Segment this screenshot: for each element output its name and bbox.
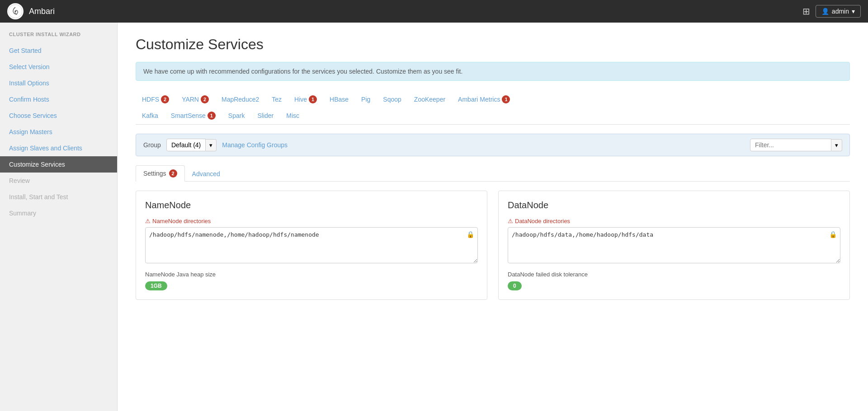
subtabs: Settings 2 Advanced xyxy=(136,165,850,182)
tab-ambari-metrics[interactable]: Ambari Metrics 1 xyxy=(452,92,516,108)
namenode-error-label: ⚠ NameNode directories xyxy=(145,218,478,224)
sidebar-item-confirm-hosts[interactable]: Confirm Hosts xyxy=(0,91,117,107)
group-select-button[interactable]: Default (4) xyxy=(166,139,206,151)
namenode-card-title: NameNode xyxy=(145,200,478,210)
warning-icon: ⚠ xyxy=(145,218,151,224)
topnav-right: ⊞ 👤 admin ▾ xyxy=(802,5,861,18)
manage-config-groups-link[interactable]: Manage Config Groups xyxy=(222,141,288,149)
tab-hdfs[interactable]: HDFS 2 xyxy=(136,92,175,108)
main-layout: CLUSTER INSTALL WIZARD Get Started Selec… xyxy=(0,23,868,411)
dropdown-arrow-icon: ▾ xyxy=(852,8,855,15)
sidebar-item-select-version[interactable]: Select Version xyxy=(0,59,117,75)
sidebar-item-install-start-test: Install, Start and Test xyxy=(0,189,117,205)
group-select: Default (4) ▾ xyxy=(166,139,217,151)
tab-hive[interactable]: Hive 1 xyxy=(288,92,323,108)
filter-arrow-button[interactable]: ▾ xyxy=(831,139,842,151)
tab-misc[interactable]: Misc xyxy=(280,108,306,124)
user-icon: 👤 xyxy=(821,8,829,15)
svg-point-1 xyxy=(14,10,16,12)
datanode-card: DataNode ⚠ DataNode directories /hadoop/… xyxy=(498,191,850,300)
sidebar-section-title: CLUSTER INSTALL WIZARD xyxy=(0,32,117,42)
tab-sqoop[interactable]: Sqoop xyxy=(377,92,407,108)
top-navigation: Ambari ⊞ 👤 admin ▾ xyxy=(0,0,868,23)
filter-input[interactable] xyxy=(750,139,831,151)
sidebar-item-choose-services[interactable]: Choose Services xyxy=(0,107,117,124)
datanode-disk-tolerance-value[interactable]: 0 xyxy=(508,281,522,290)
service-tabs: HDFS 2 YARN 2 MapReduce2 Tez Hive 1 HBas… xyxy=(136,92,850,125)
datanode-disk-tolerance-label: DataNode failed disk tolerance xyxy=(508,271,840,278)
topnav-left: Ambari xyxy=(7,3,55,19)
sidebar-item-get-started[interactable]: Get Started xyxy=(0,42,117,59)
sidebar-item-review: Review xyxy=(0,173,117,189)
app-logo xyxy=(7,3,24,19)
namenode-card: NameNode ⚠ NameNode directories /hadoop/… xyxy=(136,191,487,300)
page-title: Customize Services xyxy=(136,36,850,53)
sidebar: CLUSTER INSTALL WIZARD Get Started Selec… xyxy=(0,23,118,411)
settings-badge: 2 xyxy=(169,169,177,177)
admin-label: admin xyxy=(832,8,849,15)
info-banner: We have come up with recommended configu… xyxy=(136,62,850,81)
namenode-heap-value[interactable]: 1GB xyxy=(145,281,167,290)
tab-slider[interactable]: Slider xyxy=(251,108,280,124)
tab-pig[interactable]: Pig xyxy=(355,92,377,108)
group-bar: Group Default (4) ▾ Manage Config Groups… xyxy=(136,134,850,156)
datanode-card-title: DataNode xyxy=(508,200,840,210)
tab-zookeeper[interactable]: ZooKeeper xyxy=(408,92,452,108)
tab-smartsense[interactable]: SmartSense 1 xyxy=(165,108,222,124)
datanode-error-label: ⚠ DataNode directories xyxy=(508,218,840,224)
admin-button[interactable]: 👤 admin ▾ xyxy=(816,5,861,18)
namenode-heap-label: NameNode Java heap size xyxy=(145,271,478,278)
sidebar-item-summary: Summary xyxy=(0,205,117,221)
tab-spark[interactable]: Spark xyxy=(222,108,251,124)
warning-icon: ⚠ xyxy=(508,218,513,224)
group-label: Group xyxy=(143,141,161,149)
sidebar-item-install-options[interactable]: Install Options xyxy=(0,75,117,91)
grid-icon[interactable]: ⊞ xyxy=(802,6,810,17)
tab-yarn[interactable]: YARN 2 xyxy=(175,92,215,108)
smartsense-badge: 1 xyxy=(208,112,216,120)
ambari-metrics-badge: 1 xyxy=(502,95,510,103)
datanode-directories-input[interactable]: /hadoop/hdfs/data,/home/hadoop/hdfs/data xyxy=(508,227,840,263)
namenode-directories-input[interactable]: /hadoop/hdfs/namenode,/home/hadoop/hdfs/… xyxy=(145,227,478,263)
lock-icon: 🔒 xyxy=(467,231,474,238)
lock-icon: 🔒 xyxy=(829,231,837,238)
tab-mapreduce2[interactable]: MapReduce2 xyxy=(215,92,265,108)
hive-badge: 1 xyxy=(309,95,317,103)
tab-kafka[interactable]: Kafka xyxy=(136,108,165,124)
subtab-advanced[interactable]: Advanced xyxy=(185,167,227,181)
filter-input-wrap: ▾ xyxy=(750,139,842,151)
subtab-settings[interactable]: Settings 2 xyxy=(136,165,185,182)
hdfs-badge: 2 xyxy=(161,95,169,103)
namenode-textarea-wrap: /hadoop/hdfs/namenode,/home/hadoop/hdfs/… xyxy=(145,227,478,265)
group-select-arrow-button[interactable]: ▾ xyxy=(206,139,217,151)
cards-row: NameNode ⚠ NameNode directories /hadoop/… xyxy=(136,191,850,300)
sidebar-item-customize-services[interactable]: Customize Services xyxy=(0,156,117,173)
main-content: Customize Services We have come up with … xyxy=(118,23,868,411)
tab-tez[interactable]: Tez xyxy=(265,92,288,108)
yarn-badge: 2 xyxy=(201,95,209,103)
sidebar-item-assign-masters[interactable]: Assign Masters xyxy=(0,124,117,140)
app-title: Ambari xyxy=(29,7,55,16)
datanode-textarea-wrap: /hadoop/hdfs/data,/home/hadoop/hdfs/data… xyxy=(508,227,840,265)
tab-hbase[interactable]: HBase xyxy=(323,92,355,108)
sidebar-item-assign-slaves[interactable]: Assign Slaves and Clients xyxy=(0,140,117,156)
